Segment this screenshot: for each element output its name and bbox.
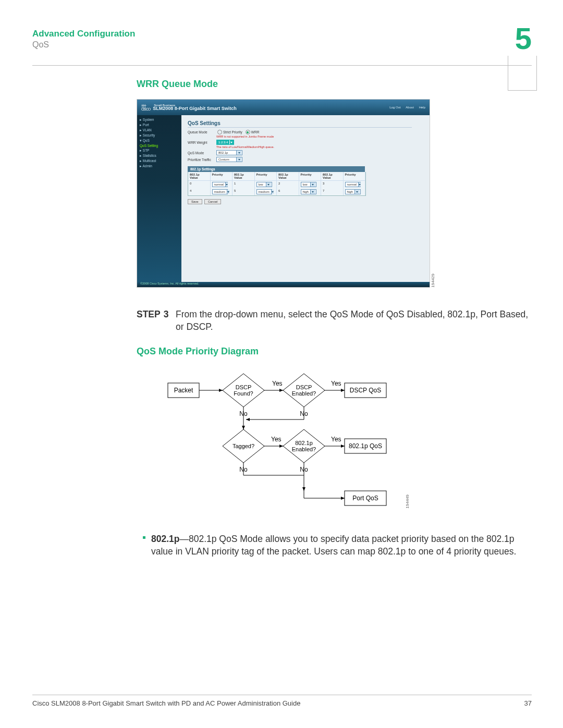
footer-doc-title: Cisco SLM2008 8-Port Gigabit Smart Switc… <box>32 699 300 707</box>
wrr-weight-label: WRR Weight <box>188 141 216 144</box>
diagram-image-number: 194449 <box>405 495 410 509</box>
svg-text:DSCP: DSCP <box>296 384 312 390</box>
left-nav: ▸ System ▸ Port ▸ VLAN ▸ Security ▾ QoS … <box>137 115 181 282</box>
nav-port[interactable]: ▸ Port <box>137 122 181 128</box>
prioritize-label: Prioritize Traffic <box>188 158 216 162</box>
nav-security[interactable]: ▸ Security <box>137 133 181 138</box>
step-number: 3 <box>164 309 169 333</box>
bullet-text: 802.1p—802.1p QoS Mode allows you to spe… <box>151 533 535 558</box>
step-word: STEP <box>137 309 161 333</box>
qos-mode-dropdown[interactable]: 802.1p <box>216 150 242 155</box>
about-link[interactable]: About <box>406 106 414 109</box>
help-link[interactable]: Help <box>419 106 425 109</box>
page-number: 37 <box>524 699 532 707</box>
logout-link[interactable]: Log Out <box>389 106 400 109</box>
section-title: Advanced Configuration <box>32 29 532 39</box>
chevron-down-icon <box>354 190 360 194</box>
page-header: Advanced Configuration QoS 5 <box>32 29 532 50</box>
panel-title: QoS Settings <box>188 120 412 128</box>
wrr-radio[interactable] <box>246 130 250 134</box>
priority-flowchart: Packet DSCP Found? Yes DSCP Enabled? Yes… <box>165 367 397 508</box>
priority-dropdown[interactable]: medium <box>256 189 272 194</box>
chapter-number: 5 <box>515 23 532 54</box>
svg-text:802.1p QoS: 802.1p QoS <box>349 442 382 450</box>
cancel-button[interactable]: Cancel <box>204 199 222 204</box>
nav-stp[interactable]: ▸ STP <box>137 148 181 153</box>
svg-text:Yes: Yes <box>331 380 341 387</box>
chevron-down-icon <box>225 182 228 187</box>
top-links: Log Out About Help <box>385 106 425 109</box>
table-header-row: 802.1p Value Priority 802.1p Value Prior… <box>188 172 365 181</box>
svg-text:Found?: Found? <box>234 390 253 397</box>
nav-qos[interactable]: ▾ QoS <box>137 138 181 143</box>
page-footer: Cisco SLM2008 8-Port Gigabit Smart Switc… <box>32 695 532 707</box>
table-row: 4 medium 5 medium 6 high 7 high <box>188 188 365 195</box>
svg-text:DSCP QoS: DSCP QoS <box>350 387 381 394</box>
svg-text:DSCP: DSCP <box>236 384 252 390</box>
nav-multicast[interactable]: ▸ Multicast <box>137 158 181 164</box>
nav-statistics[interactable]: ▸ Statistics <box>137 153 181 158</box>
priority-dropdown[interactable]: high <box>301 189 316 194</box>
qos-mode-label: QoS Mode <box>188 151 216 155</box>
strict-priority-text: Strict Priority <box>223 130 242 134</box>
chevron-down-icon <box>358 182 361 187</box>
subheading-priority-diagram: QoS Mode Priority Diagram <box>137 346 535 357</box>
bullet-802-1p: 802.1p—802.1p QoS Mode allows you to spe… <box>137 533 535 558</box>
screenshot-image-number: 194429 <box>431 274 435 288</box>
802-1p-table: 802.1p Value Priority 802.1p Value Prior… <box>188 172 366 196</box>
svg-text:802.1p: 802.1p <box>295 440 313 446</box>
chapter-number-frame <box>508 56 537 91</box>
wrr-weight-dropdown[interactable]: 1:2:3:4 <box>216 140 234 145</box>
strict-priority-radio[interactable] <box>217 130 222 134</box>
chevron-down-icon <box>310 182 315 187</box>
qos-screenshot: ·|··|··|··CISCO Small Business SLM2008 8… <box>137 99 430 288</box>
chevron-down-icon <box>229 140 233 144</box>
step-3: STEP 3 From the drop-down menu, select t… <box>137 309 535 333</box>
svg-text:Enabled?: Enabled? <box>292 446 316 452</box>
table-row: 0 normal 1 low 2 low 3 normal <box>188 181 365 188</box>
chevron-down-icon <box>310 190 315 194</box>
header-divider <box>32 65 532 66</box>
svg-text:Tagged?: Tagged? <box>232 443 254 449</box>
priority-dropdown[interactable]: normal <box>212 182 228 187</box>
priority-dropdown[interactable]: medium <box>212 189 228 194</box>
chevron-down-icon <box>227 190 229 194</box>
svg-text:Yes: Yes <box>331 436 341 443</box>
nav-vlan[interactable]: ▸ VLAN <box>137 128 181 133</box>
priority-dropdown[interactable]: low <box>256 182 272 187</box>
nav-admin[interactable]: ▸ Admin <box>137 164 181 169</box>
nav-qos-setting[interactable]: QoS Setting <box>137 143 181 148</box>
queue-mode-hint: WRR is not supported in Jumbo Frame mode <box>216 135 430 138</box>
step-text: From the drop-down menu, select the QoS … <box>176 309 535 333</box>
svg-text:Port QoS: Port QoS <box>352 495 378 502</box>
chevron-down-icon <box>271 190 274 194</box>
wrr-text: WRR <box>251 130 260 134</box>
section-subtitle: QoS <box>32 40 532 50</box>
svg-text:Yes: Yes <box>271 436 282 443</box>
svg-text:Yes: Yes <box>272 380 283 387</box>
queue-mode-label: Queue Mode <box>188 130 216 134</box>
chevron-down-icon <box>236 151 241 155</box>
bullet-icon <box>137 533 151 558</box>
chevron-down-icon <box>266 182 271 187</box>
nav-system[interactable]: ▸ System <box>137 117 181 122</box>
subheading-wrr: WRR Queue Mode <box>137 79 535 90</box>
svg-text:Enabled?: Enabled? <box>292 390 316 397</box>
screenshot-copyright: ©2008 Cisco Systems, Inc. All rights res… <box>137 282 430 287</box>
product-name: SLM2008 8-Port Gigabit Smart Switch <box>153 106 237 111</box>
save-button[interactable]: Save <box>188 199 202 204</box>
prioritize-dropdown[interactable]: Custom <box>216 157 242 162</box>
cisco-logo-icon: ·|··|··|··CISCO <box>141 104 150 111</box>
priority-dropdown[interactable]: normal <box>345 182 361 187</box>
chevron-down-icon <box>236 157 241 162</box>
table-title: 802.1p Settings <box>188 166 365 172</box>
wrr-weight-hint: The ratio of Low/Normal/Medium/High queu… <box>216 145 430 149</box>
priority-dropdown[interactable]: high <box>345 189 361 194</box>
svg-text:Packet: Packet <box>174 387 193 394</box>
priority-dropdown[interactable]: low <box>301 182 316 187</box>
